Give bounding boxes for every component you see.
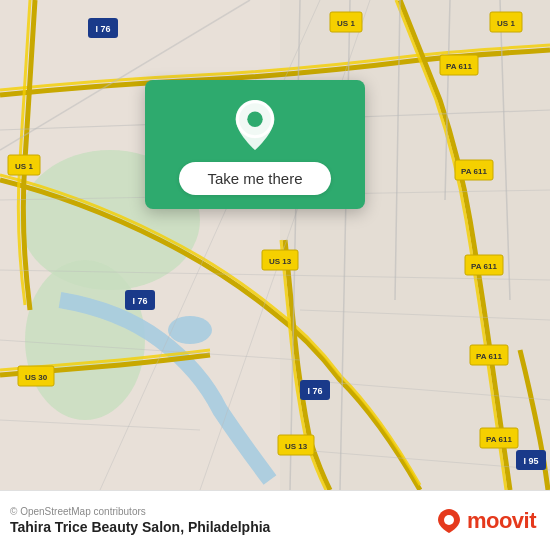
svg-point-53 <box>247 112 262 127</box>
svg-text:I 76: I 76 <box>132 296 147 306</box>
svg-text:PA 611: PA 611 <box>471 262 497 271</box>
bottom-left-info: © OpenStreetMap contributors Tahira Tric… <box>10 506 270 535</box>
moovit-logo: moovit <box>435 507 536 535</box>
svg-text:PA 611: PA 611 <box>461 167 487 176</box>
svg-text:US 1: US 1 <box>497 19 515 28</box>
svg-text:US 1: US 1 <box>337 19 355 28</box>
svg-text:PA 611: PA 611 <box>486 435 512 444</box>
svg-text:I 76: I 76 <box>95 24 110 34</box>
svg-point-3 <box>168 316 212 344</box>
svg-text:US 13: US 13 <box>285 442 308 451</box>
location-card[interactable]: Take me there <box>145 80 365 209</box>
svg-text:PA 611: PA 611 <box>476 352 502 361</box>
place-name: Tahira Trice Beauty Salon, Philadelphia <box>10 519 270 535</box>
svg-text:I 76: I 76 <box>307 386 322 396</box>
svg-point-2 <box>25 260 145 420</box>
location-pin-icon <box>231 98 279 152</box>
moovit-pin-icon <box>435 507 463 535</box>
svg-text:US 1: US 1 <box>15 162 33 171</box>
take-me-there-button[interactable]: Take me there <box>179 162 330 195</box>
moovit-brand-text: moovit <box>467 508 536 534</box>
svg-text:PA 611: PA 611 <box>446 62 472 71</box>
map-container: I 76 US 1 US 1 US 1 PA 611 PA 611 PA 611… <box>0 0 550 490</box>
svg-text:US 13: US 13 <box>269 257 292 266</box>
bottom-bar: © OpenStreetMap contributors Tahira Tric… <box>0 490 550 550</box>
copyright-text: © OpenStreetMap contributors <box>10 506 270 517</box>
map-svg: I 76 US 1 US 1 US 1 PA 611 PA 611 PA 611… <box>0 0 550 490</box>
svg-text:I 95: I 95 <box>523 456 538 466</box>
svg-point-54 <box>444 515 454 525</box>
svg-text:US 30: US 30 <box>25 373 48 382</box>
